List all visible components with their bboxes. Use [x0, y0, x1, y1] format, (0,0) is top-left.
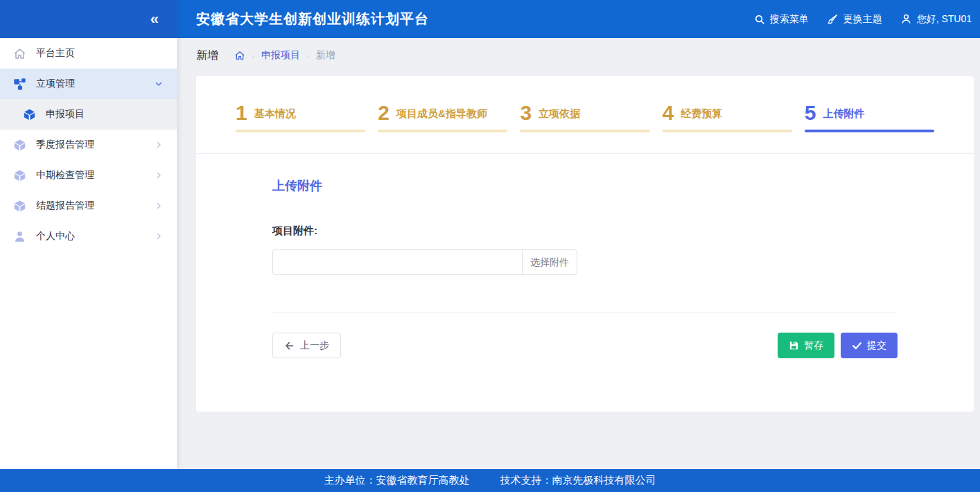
user-menu[interactable]: 您好, STU01 — [900, 13, 972, 26]
content-divider — [272, 313, 898, 313]
form-card: 1 基本情况 2 项目成员&指导教师 3 立项依据 — [196, 76, 974, 412]
step-label: 立项依据 — [539, 107, 580, 123]
step-5-upload-attachments[interactable]: 5 上传附件 — [805, 103, 934, 132]
step-wizard: 1 基本情况 2 项目成员&指导教师 3 立项依据 — [196, 76, 974, 154]
step-underline — [805, 130, 934, 132]
step-label: 上传附件 — [823, 107, 865, 123]
theme-brush-icon — [827, 13, 839, 25]
sidebar-item-platform-home[interactable]: 平台主页 — [0, 38, 177, 69]
submit-label: 提交 — [867, 340, 886, 352]
chevron-right-icon — [155, 232, 163, 240]
footer-host-text: 主办单位：安徽省教育厅高教处 — [324, 474, 470, 487]
sidebar-item-label: 个人中心 — [36, 230, 155, 243]
step-underline — [520, 130, 649, 132]
chevron-right-icon — [155, 141, 163, 149]
submit-button[interactable]: 提交 — [841, 333, 898, 358]
section-title: 上传附件 — [272, 177, 974, 194]
cube-icon — [12, 199, 26, 213]
step-1-basic-info[interactable]: 1 基本情况 — [236, 103, 365, 132]
sidebar-item-label: 平台主页 — [36, 47, 163, 60]
step-underline — [236, 130, 365, 132]
breadcrumb-current: 新增 — [316, 49, 335, 62]
chevron-down-icon — [155, 80, 163, 88]
attachment-field-label: 项目附件: — [272, 225, 974, 238]
sidebar-item-midterm-check[interactable]: 中期检查管理 — [0, 160, 177, 191]
cube-icon — [12, 138, 26, 152]
choose-attachment-button[interactable]: 选择附件 — [522, 249, 577, 275]
search-icon — [754, 14, 765, 25]
breadcrumb: 新增 · 申报项目 · 新增 — [177, 38, 980, 67]
sidebar-menu: 平台主页 立项管理 申报项目 季度报告管理 — [0, 38, 177, 252]
step-number: 5 — [805, 103, 816, 123]
change-theme-button[interactable]: 更换主题 — [827, 13, 882, 26]
page-title: 新增 — [196, 49, 218, 63]
form-actions: 上一步 暂存 提交 — [272, 333, 898, 358]
sidebar-item-label: 立项管理 — [36, 78, 155, 90]
breadcrumb-link-declare-project[interactable]: 申报项目 — [261, 49, 300, 62]
step-number: 1 — [236, 103, 247, 123]
save-draft-label: 暂存 — [804, 340, 823, 352]
sidebar-item-final-report[interactable]: 结题报告管理 — [0, 191, 177, 221]
submit-actions: 暂存 提交 — [778, 333, 898, 358]
save-icon — [789, 340, 799, 351]
sidebar-item-label: 中期检查管理 — [36, 169, 155, 182]
attachment-input-group: 选择附件 — [272, 249, 577, 275]
sidebar-item-label: 结题报告管理 — [36, 200, 155, 212]
search-menu-button[interactable]: 搜索菜单 — [754, 13, 809, 26]
sidebar-item-declare-project[interactable]: 申报项目 — [0, 99, 177, 130]
chevron-right-icon — [155, 202, 163, 210]
previous-step-label: 上一步 — [300, 340, 329, 352]
breadcrumb-home-icon[interactable] — [234, 50, 245, 61]
home-icon — [12, 46, 26, 60]
arrow-left-icon — [284, 340, 295, 351]
previous-step-button[interactable]: 上一步 — [272, 333, 341, 358]
change-theme-label: 更换主题 — [843, 13, 882, 26]
chevron-right-icon — [155, 171, 163, 179]
step-label: 项目成员&指导教师 — [396, 107, 487, 123]
step-underline — [663, 130, 792, 132]
sidebar-item-label: 申报项目 — [46, 108, 163, 121]
sidebar-item-personal-center[interactable]: 个人中心 — [0, 221, 177, 252]
step-number: 2 — [378, 103, 390, 123]
sidebar-header: « — [0, 0, 177, 38]
step-number: 3 — [520, 103, 532, 123]
footer-support-text: 技术支持：南京先极科技有限公司 — [500, 474, 656, 487]
cube-icon — [12, 168, 26, 182]
person-icon — [12, 229, 26, 243]
collapse-sidebar-icon[interactable]: « — [150, 12, 159, 27]
attachment-file-input[interactable] — [272, 249, 523, 275]
step-underline — [378, 130, 507, 132]
step-number: 4 — [663, 103, 674, 123]
sitemap-icon — [12, 77, 26, 91]
page-footer: 主办单位：安徽省教育厅高教处 技术支持：南京先极科技有限公司 — [0, 469, 980, 492]
sidebar-item-label: 季度报告管理 — [36, 139, 155, 151]
cube-icon — [22, 107, 36, 121]
app-title: 安徽省大学生创新创业训练计划平台 — [196, 10, 754, 28]
step-label: 经费预算 — [681, 107, 722, 123]
user-greeting: 您好, STU01 — [917, 13, 972, 26]
top-header: 安徽省大学生创新创业训练计划平台 搜索菜单 更换主题 您好, STU01 — [177, 0, 980, 38]
sidebar: « 平台主页 立项管理 申报项目 — [0, 0, 177, 469]
sidebar-item-project-management[interactable]: 立项管理 — [0, 69, 177, 99]
main-area: 新增 · 申报项目 · 新增 1 基本情况 2 项目成员 — [177, 38, 980, 469]
breadcrumb-separator: · — [252, 51, 255, 61]
step-4-budget[interactable]: 4 经费预算 — [663, 103, 792, 132]
save-draft-button[interactable]: 暂存 — [778, 333, 834, 358]
user-icon — [900, 13, 912, 25]
step-label: 基本情况 — [254, 107, 296, 123]
header-actions: 搜索菜单 更换主题 您好, STU01 — [754, 13, 972, 26]
step-3-project-basis[interactable]: 3 立项依据 — [520, 103, 649, 132]
breadcrumb-separator: · — [306, 51, 310, 61]
search-menu-label: 搜索菜单 — [770, 13, 809, 26]
step-content: 上传附件 项目附件: 选择附件 上一步 — [196, 154, 974, 358]
check-icon — [852, 340, 862, 351]
step-2-members-teachers[interactable]: 2 项目成员&指导教师 — [378, 103, 507, 132]
sidebar-item-quarterly-report[interactable]: 季度报告管理 — [0, 130, 177, 160]
